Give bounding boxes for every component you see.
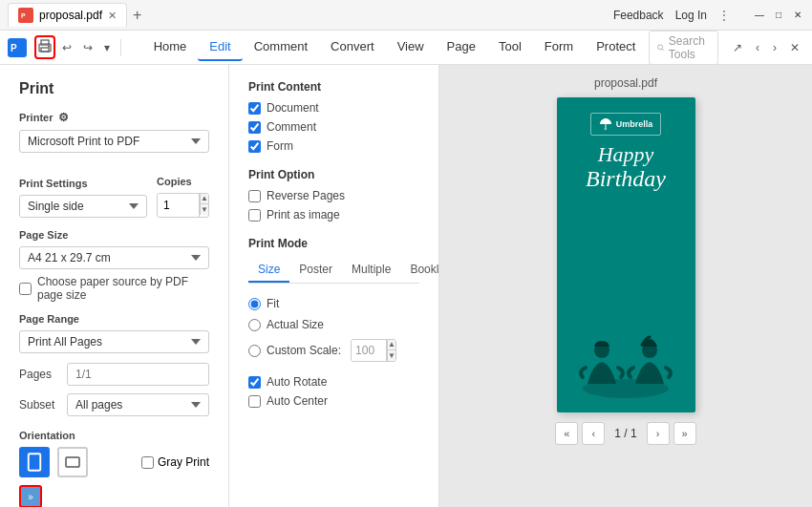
first-page-button[interactable]: « [555,422,578,445]
close-panel-icon[interactable]: ✕ [785,38,804,57]
comment-checkbox[interactable] [248,121,261,134]
tab-size[interactable]: Size [248,258,289,283]
actual-size-label: Actual Size [267,318,324,331]
feedback-link[interactable]: Feedback [613,9,664,22]
choose-paper-row: Choose paper source by PDF page size [19,275,209,302]
fit-radio-row: Fit [248,297,419,310]
form-checkbox-row: Form [248,139,419,153]
page-range-select[interactable]: Print All Pages [19,330,209,353]
last-page-button[interactable]: » [673,422,696,445]
tab-title: proposal.pdf [39,9,102,22]
printer-gear-icon[interactable]: ⚙ [58,111,69,124]
subset-label: Subset [19,398,57,412]
nav-convert[interactable]: Convert [319,33,386,61]
print-as-image-label: Print as image [267,208,340,222]
copies-down[interactable]: ▼ [200,204,208,215]
external-link-icon[interactable]: ↗ [728,38,747,57]
settings-label: Print Settings [19,178,147,189]
print-content-title: Print Content [248,80,419,94]
more-options-icon[interactable]: ⋮ [718,9,730,22]
close-button[interactable]: ✕ [791,9,804,22]
titlebar-right: Feedback Log In ⋮ — □ ✕ [613,9,804,22]
nav-page[interactable]: Page [436,33,487,61]
print-settings-select[interactable]: Single side [19,195,147,218]
umbrella-logo: Umbrella [590,113,662,136]
custom-scale-radio[interactable] [248,345,261,357]
subset-select[interactable]: All pages [67,393,209,416]
nav-comment[interactable]: Comment [243,33,319,61]
landscape-button[interactable] [57,447,88,477]
new-tab-button[interactable]: + [133,7,141,24]
window-controls: — □ ✕ [753,9,804,22]
reverse-pages-checkbox[interactable] [248,190,261,202]
tab-proposal[interactable]: P proposal.pdf ✕ [8,3,127,27]
scale-input[interactable] [352,340,386,361]
document-checkbox[interactable] [248,102,261,115]
nav-right-icons: ↗ ‹ › ✕ [728,38,804,57]
nav-protect[interactable]: Protect [585,33,647,61]
gray-print-checkbox[interactable] [141,456,154,469]
redo-button[interactable]: ↪ [78,38,97,57]
preview-panel: proposal.pdf Umbrella Happy Birthday [439,65,812,507]
nav-forward-icon[interactable]: › [768,38,781,57]
nav-tool[interactable]: Tool [487,33,533,61]
print-dialog: Print Printer ⚙ Microsoft Print to PDF P… [0,65,812,507]
scale-up[interactable]: ▲ [387,340,395,350]
maximize-button[interactable]: □ [772,9,785,22]
prev-page-button[interactable]: ‹ [582,422,605,445]
svg-rect-12 [605,124,606,129]
fit-options: Fit Actual Size Custom Scale: ▲ ▼ [248,297,419,362]
actual-size-radio[interactable] [248,319,261,331]
auto-rotate-row: Auto Rotate [248,375,419,389]
print-as-image-checkbox[interactable] [248,209,261,222]
minimize-button[interactable]: — [753,9,766,22]
login-link[interactable]: Log In [675,9,707,22]
auto-center-row: Auto Center [248,394,419,408]
custom-scale-row: Custom Scale: ▲ ▼ [248,339,419,362]
portrait-button[interactable] [19,447,50,477]
printer-select[interactable]: Microsoft Print to PDF [19,130,209,153]
choose-paper-checkbox[interactable] [19,283,32,295]
print-middle-panel: Print Content Document Comment Form Prin… [229,65,439,507]
auto-rotate-checkbox[interactable] [248,376,261,389]
tab-poster[interactable]: Poster [289,258,342,283]
svg-point-7 [48,46,50,48]
copies-label: Copies [157,176,209,187]
svg-point-8 [658,44,663,49]
dropdown-arrow[interactable]: ▾ [99,38,115,57]
print-left-panel: Print Printer ⚙ Microsoft Print to PDF P… [0,65,229,507]
fit-radio[interactable] [248,298,261,310]
page-range-label: Page Range [19,313,209,325]
search-tools[interactable]: Search Tools [649,31,718,65]
page-size-label: Page Size [19,229,209,241]
copies-input-wrap: ▲ ▼ [157,193,209,218]
page-size-select[interactable]: A4 21 x 29.7 cm [19,246,209,269]
gray-print-label: Gray Print [158,455,209,469]
preview-card: Umbrella Happy Birthday [557,97,695,412]
tab-multiple[interactable]: Multiple [342,258,400,283]
nav-view[interactable]: View [386,33,436,61]
auto-center-checkbox[interactable] [248,395,261,408]
reverse-pages-label: Reverse Pages [267,189,345,202]
nav-home[interactable]: Home [142,33,199,61]
scale-input-wrap: ▲ ▼ [351,339,396,362]
copies-up[interactable]: ▲ [200,194,208,204]
print-toolbar-button[interactable] [34,35,55,59]
form-checkbox[interactable] [248,140,261,153]
choose-paper-label: Choose paper source by PDF page size [37,275,209,302]
preview-filename: proposal.pdf [594,76,657,90]
nav-form[interactable]: Form [533,33,585,61]
expand-panel-button[interactable]: » [19,485,42,507]
pages-label: Pages [19,368,57,381]
svg-rect-6 [41,48,49,52]
next-page-button[interactable]: › [647,422,670,445]
nav-edit[interactable]: Edit [198,33,242,61]
tab-close-icon[interactable]: ✕ [108,10,117,22]
undo-button[interactable]: ↩ [57,38,76,57]
copies-input[interactable] [158,194,199,217]
nav-back-icon[interactable]: ‹ [751,38,764,57]
scale-down[interactable]: ▼ [387,350,395,361]
copies-spinner: ▲ ▼ [199,194,208,217]
pages-input[interactable] [67,363,209,386]
preview-happy: Happy [598,143,654,166]
